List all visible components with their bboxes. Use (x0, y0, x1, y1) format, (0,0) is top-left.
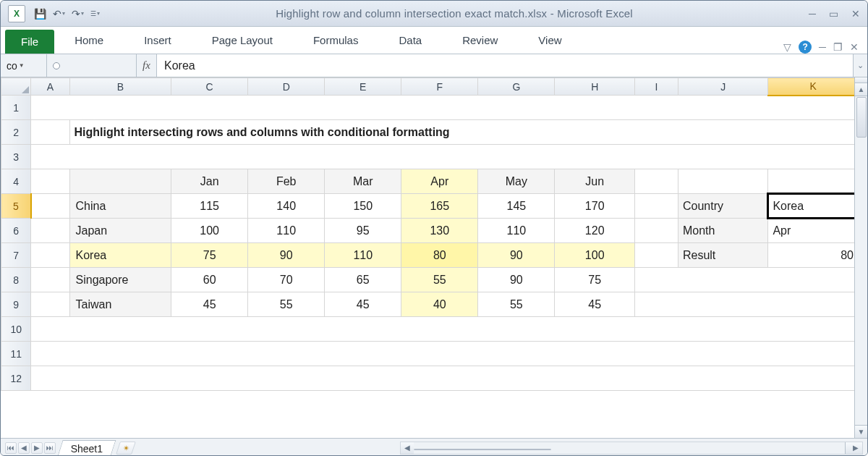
cell[interactable] (31, 194, 69, 219)
tab-page-layout[interactable]: Page Layout (192, 28, 293, 54)
row-header[interactable]: 11 (1, 342, 31, 366)
redo-icon[interactable]: ↷▾ (72, 8, 84, 20)
lookup-label-country[interactable]: Country (678, 194, 767, 219)
cell[interactable] (768, 169, 854, 194)
formula-input[interactable]: Korea (157, 54, 853, 77)
lookup-label-result[interactable]: Result (678, 243, 767, 268)
data-cell[interactable]: 90 (478, 268, 555, 292)
tab-view[interactable]: View (518, 28, 582, 54)
row-header[interactable]: 4 (1, 169, 31, 194)
maximize-icon[interactable]: ▭ (829, 9, 838, 19)
data-cell[interactable]: 110 (478, 219, 555, 243)
data-cell-highlight[interactable]: 90 (478, 243, 555, 268)
lookup-label-month[interactable]: Month (678, 219, 767, 243)
ribbon-minimize-icon[interactable]: ▽ (783, 41, 791, 53)
close-icon[interactable]: ✕ (851, 9, 860, 19)
split-handle[interactable] (855, 77, 867, 83)
data-cell-highlight[interactable]: 110 (325, 243, 401, 268)
country-header[interactable]: Japan (69, 219, 171, 243)
data-cell[interactable]: 95 (325, 219, 401, 243)
horizontal-scrollbar[interactable]: ◀ ▶ (400, 442, 863, 455)
first-sheet-icon[interactable]: ⏮ (5, 442, 17, 454)
save-icon[interactable]: 💾 (34, 8, 46, 20)
col-header[interactable]: E (325, 78, 401, 96)
country-header-highlight[interactable]: Korea (69, 243, 171, 268)
name-box[interactable]: co▼ (1, 54, 47, 77)
cell[interactable] (635, 243, 678, 268)
col-header[interactable]: F (401, 78, 478, 96)
data-cell-highlight[interactable]: 100 (555, 243, 635, 268)
col-header[interactable]: I (635, 78, 678, 96)
lookup-country-value[interactable]: Korea (768, 194, 854, 219)
lookup-result-value[interactable]: 80 (768, 243, 854, 268)
data-cell-intersection[interactable]: 80 (401, 243, 478, 268)
row-header[interactable]: 1 (1, 96, 31, 120)
cell[interactable] (31, 317, 854, 342)
country-header[interactable]: Taiwan (69, 292, 171, 317)
col-header[interactable]: A (31, 78, 69, 96)
data-cell[interactable]: 65 (325, 268, 401, 292)
cell[interactable] (31, 169, 69, 194)
month-header-highlight[interactable]: Apr (401, 169, 478, 194)
cell[interactable] (635, 292, 854, 317)
data-cell-highlight[interactable]: 130 (401, 219, 478, 243)
col-header[interactable]: C (171, 78, 248, 96)
tab-file[interactable]: File (5, 30, 54, 54)
data-cell[interactable]: 55 (478, 292, 555, 317)
country-header[interactable]: China (69, 194, 171, 219)
cell[interactable] (31, 120, 69, 145)
data-cell[interactable]: 100 (171, 219, 248, 243)
month-header[interactable]: Mar (325, 169, 401, 194)
data-cell[interactable]: 115 (171, 194, 248, 219)
data-cell[interactable]: 75 (555, 268, 635, 292)
scroll-left-icon[interactable]: ◀ (401, 442, 414, 454)
data-cell-highlight[interactable]: 165 (401, 194, 478, 219)
data-cell[interactable]: 140 (248, 194, 325, 219)
month-header[interactable]: May (478, 169, 555, 194)
qat-customize-icon[interactable]: ☰▾ (90, 10, 100, 17)
month-header[interactable]: Jan (171, 169, 248, 194)
scroll-down-icon[interactable]: ▼ (855, 425, 867, 438)
workbook-minimize-icon[interactable]: ─ (819, 41, 826, 53)
cell[interactable] (635, 169, 678, 194)
tab-formulas[interactable]: Formulas (293, 28, 379, 54)
cell[interactable] (31, 292, 69, 317)
row-header[interactable]: 10 (1, 317, 31, 342)
row-header[interactable]: 6 (1, 219, 31, 243)
next-sheet-icon[interactable]: ▶ (31, 442, 43, 454)
row-header[interactable]: 8 (1, 268, 31, 292)
lookup-month-value[interactable]: Apr (768, 219, 854, 243)
scroll-thumb[interactable] (856, 97, 867, 138)
data-cell[interactable]: 45 (171, 292, 248, 317)
cell[interactable] (31, 243, 69, 268)
tab-home[interactable]: Home (54, 28, 124, 54)
cell[interactable] (31, 145, 854, 169)
row-header[interactable]: 9 (1, 292, 31, 317)
data-cell-highlight[interactable]: 90 (248, 243, 325, 268)
data-cell-highlight[interactable]: 75 (171, 243, 248, 268)
tab-review[interactable]: Review (442, 28, 518, 54)
select-all-corner[interactable] (1, 78, 31, 96)
month-header[interactable]: Jun (555, 169, 635, 194)
col-header[interactable]: J (678, 78, 767, 96)
col-header[interactable]: B (69, 78, 171, 96)
title-cell[interactable]: Highlight intersecting rows and columns … (69, 120, 854, 145)
row-header-selected[interactable]: 5 (1, 194, 31, 219)
table-corner[interactable] (69, 169, 171, 194)
cell[interactable] (635, 219, 678, 243)
cell[interactable] (31, 219, 69, 243)
formula-expand-icon[interactable]: ⌄ (853, 54, 867, 77)
col-header-selected[interactable]: K (768, 78, 854, 96)
data-cell[interactable]: 145 (478, 194, 555, 219)
new-sheet-icon[interactable]: ✴ (116, 442, 136, 455)
data-cell[interactable]: 45 (555, 292, 635, 317)
fx-icon[interactable]: fx (137, 54, 157, 77)
help-icon[interactable]: ? (799, 41, 812, 54)
row-header[interactable]: 7 (1, 243, 31, 268)
col-header[interactable]: G (478, 78, 555, 96)
col-header[interactable]: H (555, 78, 635, 96)
data-cell[interactable]: 120 (555, 219, 635, 243)
undo-icon[interactable]: ↶▾ (53, 8, 65, 20)
scroll-thumb[interactable] (414, 449, 551, 450)
data-cell[interactable]: 45 (325, 292, 401, 317)
